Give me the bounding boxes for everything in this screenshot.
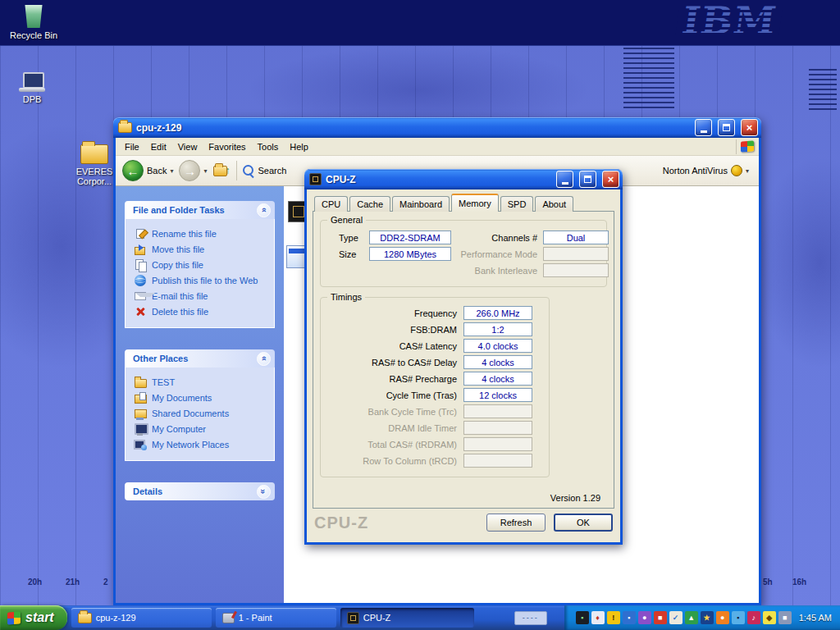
menu-tools[interactable]: Tools — [252, 142, 285, 152]
chevron-up-icon[interactable]: » — [257, 203, 271, 217]
size-label: Size — [339, 249, 363, 259]
explorer-title: cpu-z-129 — [136, 122, 689, 134]
forward-dropdown-icon[interactable]: ▾ — [203, 167, 207, 175]
desktop-icon-recycle-bin[interactable]: Recycle Bin — [5, 5, 62, 40]
place-shared-documents-link[interactable]: Shared Documents — [134, 405, 271, 421]
tray-icon[interactable]: ◆ — [763, 611, 776, 624]
type-value: DDR2-SDRAM — [369, 231, 451, 244]
close-button[interactable]: × — [741, 119, 758, 136]
maximize-button[interactable] — [718, 119, 735, 136]
laptop-icon — [19, 72, 45, 92]
wallpaper-landmass — [755, 156, 840, 369]
timing-label: Row To Column (tRCD) — [327, 456, 457, 466]
refresh-button[interactable]: Refresh — [486, 514, 546, 532]
timing-value — [463, 421, 532, 435]
taskbar-task-paint[interactable]: 1 - Paint — [216, 608, 336, 628]
tray-icon[interactable]: ■ — [654, 611, 667, 624]
file-tasks-header[interactable]: File and Folder Tasks » — [125, 201, 275, 219]
details-panel: Details » — [125, 482, 275, 500]
minimize-button[interactable] — [556, 171, 573, 188]
channels-label: Channels # — [451, 233, 537, 243]
menu-view[interactable]: View — [172, 142, 203, 152]
menu-favorites[interactable]: Favorites — [203, 142, 251, 152]
memory-tab-page: General Type DDR2-SDRAM Size 1280 MBytes — [313, 211, 614, 509]
chevron-up-icon[interactable]: » — [257, 352, 271, 366]
delete-file-link[interactable]: Delete this file — [134, 304, 271, 319]
other-places-header[interactable]: Other Places » — [125, 349, 275, 368]
timezone-label: 5h — [763, 578, 773, 587]
copy-file-link[interactable]: Copy this file — [134, 257, 271, 272]
tray-icon[interactable]: ♪ — [747, 611, 760, 624]
place-my-documents-link[interactable]: My Documents — [134, 390, 271, 405]
tray-icon[interactable]: ■ — [778, 611, 792, 624]
norton-antivirus-button[interactable]: Norton AntiVirus ▾ — [663, 165, 752, 176]
timing-value: 4 clocks — [463, 355, 532, 369]
tray-icon[interactable]: ★ — [701, 611, 714, 624]
tray-icon[interactable]: ✓ — [669, 611, 682, 624]
menu-help[interactable]: Help — [284, 142, 314, 152]
chevron-down-icon[interactable]: » — [257, 485, 271, 499]
tab-cpu[interactable]: CPU — [314, 196, 348, 212]
tray-icon[interactable]: ! — [607, 611, 620, 624]
place-my-computer-link[interactable]: My Computer — [134, 421, 271, 436]
rename-icon — [134, 227, 147, 240]
timing-value: 12 clocks — [463, 388, 532, 402]
move-file-link[interactable]: Move this file — [134, 241, 271, 257]
norton-dropdown-icon[interactable]: ▾ — [746, 167, 749, 175]
panel-title: Details — [133, 486, 162, 496]
publish-file-link[interactable]: Publish this file to the Web — [134, 272, 271, 288]
norton-label: Norton AntiVirus — [663, 166, 728, 176]
start-button[interactable]: start — [0, 605, 67, 630]
ok-button[interactable]: OK — [554, 514, 613, 532]
clock[interactable]: 1:45 AM — [799, 613, 832, 623]
tray-icon[interactable]: ● — [716, 611, 729, 624]
cpuz-titlebar[interactable]: CPU-Z × — [304, 169, 623, 189]
norton-icon — [731, 165, 742, 176]
tray-icon[interactable]: ▪ — [576, 611, 589, 624]
desktop-icon-label: Recycle Bin — [10, 30, 57, 40]
tray-icon[interactable]: ▪ — [732, 611, 745, 624]
taskbar-dots-button[interactable]: ---- — [514, 611, 547, 625]
back-icon: ← — [122, 160, 144, 181]
taskbar: start cpu-z-129 1 - Paint CPU-Z ---- ▪ ♦… — [0, 605, 840, 630]
forward-button[interactable]: → ▾ — [179, 160, 207, 181]
timing-value — [463, 404, 532, 418]
rename-file-link[interactable]: Rename this file — [134, 226, 271, 241]
email-file-link[interactable]: E-mail this file — [134, 288, 271, 304]
back-label: Back — [147, 166, 167, 176]
divider — [736, 139, 737, 154]
tray-icon[interactable]: ♦ — [591, 611, 605, 624]
place-test-link[interactable]: TEST — [134, 374, 271, 390]
wallpaper-lines — [623, 48, 674, 112]
tab-cache[interactable]: Cache — [349, 196, 390, 212]
back-button[interactable]: ← Back ▾ — [122, 160, 173, 181]
place-my-network-link[interactable]: My Network Places — [134, 436, 271, 452]
taskbar-task-cpu-z-129[interactable]: cpu-z-129 — [71, 608, 212, 628]
folder-icon — [80, 144, 108, 164]
explorer-titlebar[interactable]: cpu-z-129 × — [113, 117, 761, 138]
menu-edit[interactable]: Edit — [145, 142, 172, 152]
tray-icon[interactable]: ● — [638, 611, 651, 624]
menu-file[interactable]: File — [119, 142, 145, 152]
group-legend: Timings — [327, 292, 365, 302]
minimize-button[interactable] — [695, 119, 712, 136]
timing-value: 266.0 MHz — [463, 306, 532, 320]
tab-mainboard[interactable]: Mainboard — [392, 196, 450, 212]
up-button[interactable]: ↑ — [213, 165, 231, 176]
search-button[interactable]: Search — [243, 165, 287, 177]
start-label: start — [25, 610, 54, 625]
general-group: General Type DDR2-SDRAM Size 1280 MBytes — [320, 220, 607, 287]
details-header[interactable]: Details » — [125, 482, 275, 500]
tab-spd[interactable]: SPD — [500, 196, 534, 212]
tab-memory[interactable]: Memory — [451, 194, 499, 212]
close-button[interactable]: × — [602, 171, 619, 188]
tray-icon[interactable]: ▪ — [623, 611, 636, 624]
windows-logo-icon — [741, 140, 754, 152]
tab-about[interactable]: About — [535, 196, 573, 212]
desktop-icon-dpb[interactable]: DPB — [3, 72, 61, 104]
taskbar-task-cpuz[interactable]: CPU-Z — [340, 608, 474, 628]
timing-label: CAS# Latency — [327, 341, 457, 351]
back-dropdown-icon[interactable]: ▾ — [170, 167, 173, 175]
maximize-button[interactable] — [579, 171, 596, 188]
tray-icon[interactable]: ▲ — [685, 611, 698, 624]
